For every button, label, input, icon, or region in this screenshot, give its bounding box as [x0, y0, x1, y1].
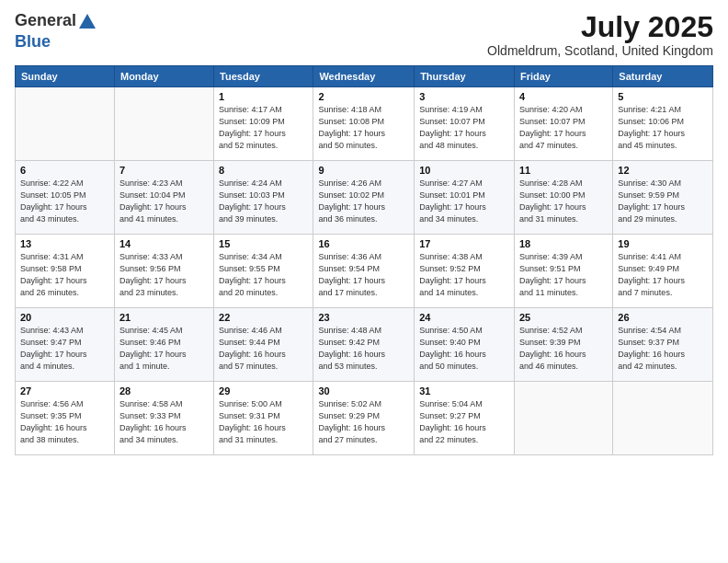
day-info: Sunrise: 4:52 AM Sunset: 9:39 PM Dayligh…: [519, 325, 608, 373]
calendar-cell: 25Sunrise: 4:52 AM Sunset: 9:39 PM Dayli…: [514, 308, 612, 382]
day-number: 29: [219, 385, 308, 396]
day-info: Sunrise: 4:43 AM Sunset: 9:47 PM Dayligh…: [20, 325, 109, 373]
day-info: Sunrise: 4:50 AM Sunset: 9:40 PM Dayligh…: [419, 325, 509, 373]
location: Oldmeldrum, Scotland, United Kingdom: [487, 43, 713, 58]
day-info: Sunrise: 4:26 AM Sunset: 10:02 PM Daylig…: [318, 178, 409, 225]
day-number: 12: [618, 165, 708, 176]
calendar-cell: 6Sunrise: 4:22 AM Sunset: 10:05 PM Dayli…: [16, 161, 115, 235]
month-title: July 2025: [487, 11, 713, 43]
calendar-cell: 31Sunrise: 5:04 AM Sunset: 9:27 PM Dayli…: [415, 382, 515, 455]
calendar-cell: 14Sunrise: 4:33 AM Sunset: 9:56 PM Dayli…: [114, 235, 213, 308]
day-number: 20: [20, 312, 109, 323]
calendar-cell: 29Sunrise: 5:00 AM Sunset: 9:31 PM Dayli…: [214, 382, 313, 455]
day-number: 15: [219, 238, 308, 249]
day-info: Sunrise: 4:17 AM Sunset: 10:09 PM Daylig…: [219, 104, 308, 152]
day-number: 28: [119, 385, 209, 396]
day-number: 23: [318, 312, 409, 323]
calendar-cell: 21Sunrise: 4:45 AM Sunset: 9:46 PM Dayli…: [114, 308, 213, 382]
calendar-cell: 10Sunrise: 4:27 AM Sunset: 10:01 PM Dayl…: [415, 161, 515, 235]
calendar-cell: [514, 382, 612, 455]
calendar-cell: 2Sunrise: 4:18 AM Sunset: 10:08 PM Dayli…: [313, 87, 415, 161]
calendar-week-5: 27Sunrise: 4:56 AM Sunset: 9:35 PM Dayli…: [16, 382, 713, 455]
day-info: Sunrise: 4:22 AM Sunset: 10:05 PM Daylig…: [20, 178, 109, 225]
day-info: Sunrise: 4:21 AM Sunset: 10:06 PM Daylig…: [618, 104, 708, 152]
day-info: Sunrise: 4:20 AM Sunset: 10:07 PM Daylig…: [519, 104, 608, 152]
day-info: Sunrise: 4:38 AM Sunset: 9:52 PM Dayligh…: [419, 251, 509, 299]
day-number: 3: [419, 91, 509, 102]
day-number: 30: [318, 385, 409, 396]
calendar-cell: 12Sunrise: 4:30 AM Sunset: 9:59 PM Dayli…: [613, 161, 713, 235]
day-info: Sunrise: 4:54 AM Sunset: 9:37 PM Dayligh…: [618, 325, 708, 373]
calendar-cell: [16, 87, 115, 161]
calendar-cell: 9Sunrise: 4:26 AM Sunset: 10:02 PM Dayli…: [313, 161, 415, 235]
day-number: 13: [20, 238, 109, 249]
calendar-cell: 4Sunrise: 4:20 AM Sunset: 10:07 PM Dayli…: [514, 87, 612, 161]
logo-text: General Blue: [15, 11, 98, 52]
column-header-monday: Monday: [114, 66, 213, 87]
day-number: 1: [219, 91, 308, 102]
calendar-cell: 11Sunrise: 4:28 AM Sunset: 10:00 PM Dayl…: [514, 161, 612, 235]
day-number: 25: [519, 312, 608, 323]
day-number: 11: [519, 165, 608, 176]
calendar-week-4: 20Sunrise: 4:43 AM Sunset: 9:47 PM Dayli…: [16, 308, 713, 382]
day-info: Sunrise: 4:28 AM Sunset: 10:00 PM Daylig…: [519, 178, 608, 225]
day-info: Sunrise: 4:41 AM Sunset: 9:49 PM Dayligh…: [618, 251, 708, 299]
column-header-friday: Friday: [514, 66, 612, 87]
column-header-saturday: Saturday: [613, 66, 713, 87]
calendar-cell: 16Sunrise: 4:36 AM Sunset: 9:54 PM Dayli…: [313, 235, 415, 308]
svg-marker-0: [79, 14, 96, 29]
day-number: 26: [618, 312, 708, 323]
day-number: 27: [20, 385, 109, 396]
calendar-cell: 17Sunrise: 4:38 AM Sunset: 9:52 PM Dayli…: [415, 235, 515, 308]
day-info: Sunrise: 4:36 AM Sunset: 9:54 PM Dayligh…: [318, 251, 409, 299]
day-info: Sunrise: 4:18 AM Sunset: 10:08 PM Daylig…: [318, 104, 409, 152]
header: General Blue July 2025 Oldmeldrum, Scotl…: [15, 11, 713, 58]
calendar-cell: 3Sunrise: 4:19 AM Sunset: 10:07 PM Dayli…: [415, 87, 515, 161]
calendar-cell: 26Sunrise: 4:54 AM Sunset: 9:37 PM Dayli…: [613, 308, 713, 382]
day-info: Sunrise: 5:00 AM Sunset: 9:31 PM Dayligh…: [219, 398, 308, 446]
day-number: 7: [119, 165, 209, 176]
day-info: Sunrise: 4:27 AM Sunset: 10:01 PM Daylig…: [419, 178, 509, 225]
day-info: Sunrise: 4:58 AM Sunset: 9:33 PM Dayligh…: [119, 398, 209, 446]
day-info: Sunrise: 4:46 AM Sunset: 9:44 PM Dayligh…: [219, 325, 308, 373]
page: General Blue July 2025 Oldmeldrum, Scotl…: [0, 0, 728, 563]
calendar-week-3: 13Sunrise: 4:31 AM Sunset: 9:58 PM Dayli…: [16, 235, 713, 308]
day-info: Sunrise: 4:45 AM Sunset: 9:46 PM Dayligh…: [119, 325, 209, 373]
day-number: 18: [519, 238, 608, 249]
calendar-cell: 24Sunrise: 4:50 AM Sunset: 9:40 PM Dayli…: [415, 308, 515, 382]
day-info: Sunrise: 4:23 AM Sunset: 10:04 PM Daylig…: [119, 178, 209, 225]
day-number: 21: [119, 312, 209, 323]
day-info: Sunrise: 5:04 AM Sunset: 9:27 PM Dayligh…: [419, 398, 509, 446]
calendar-cell: 7Sunrise: 4:23 AM Sunset: 10:04 PM Dayli…: [114, 161, 213, 235]
calendar-cell: 28Sunrise: 4:58 AM Sunset: 9:33 PM Dayli…: [114, 382, 213, 455]
day-number: 8: [219, 165, 308, 176]
day-number: 22: [219, 312, 308, 323]
day-number: 5: [618, 91, 708, 102]
day-info: Sunrise: 4:30 AM Sunset: 9:59 PM Dayligh…: [618, 178, 708, 225]
day-number: 14: [119, 238, 209, 249]
calendar-cell: [613, 382, 713, 455]
day-number: 9: [318, 165, 409, 176]
title-block: July 2025 Oldmeldrum, Scotland, United K…: [487, 11, 713, 58]
day-number: 6: [20, 165, 109, 176]
calendar-week-1: 1Sunrise: 4:17 AM Sunset: 10:09 PM Dayli…: [16, 87, 713, 161]
column-header-thursday: Thursday: [415, 66, 515, 87]
day-info: Sunrise: 4:39 AM Sunset: 9:51 PM Dayligh…: [519, 251, 608, 299]
column-header-wednesday: Wednesday: [313, 66, 415, 87]
day-number: 10: [419, 165, 509, 176]
day-info: Sunrise: 4:31 AM Sunset: 9:58 PM Dayligh…: [20, 251, 109, 299]
column-header-tuesday: Tuesday: [214, 66, 313, 87]
calendar-cell: 30Sunrise: 5:02 AM Sunset: 9:29 PM Dayli…: [313, 382, 415, 455]
day-info: Sunrise: 4:24 AM Sunset: 10:03 PM Daylig…: [219, 178, 308, 225]
calendar-cell: 18Sunrise: 4:39 AM Sunset: 9:51 PM Dayli…: [514, 235, 612, 308]
calendar-cell: 15Sunrise: 4:34 AM Sunset: 9:55 PM Dayli…: [214, 235, 313, 308]
day-number: 17: [419, 238, 509, 249]
day-number: 31: [419, 385, 509, 396]
logo: General Blue: [15, 11, 98, 52]
calendar-cell: 8Sunrise: 4:24 AM Sunset: 10:03 PM Dayli…: [214, 161, 313, 235]
day-info: Sunrise: 4:19 AM Sunset: 10:07 PM Daylig…: [419, 104, 509, 152]
calendar-cell: 22Sunrise: 4:46 AM Sunset: 9:44 PM Dayli…: [214, 308, 313, 382]
day-info: Sunrise: 4:34 AM Sunset: 9:55 PM Dayligh…: [219, 251, 308, 299]
day-number: 24: [419, 312, 509, 323]
calendar-week-2: 6Sunrise: 4:22 AM Sunset: 10:05 PM Dayli…: [16, 161, 713, 235]
